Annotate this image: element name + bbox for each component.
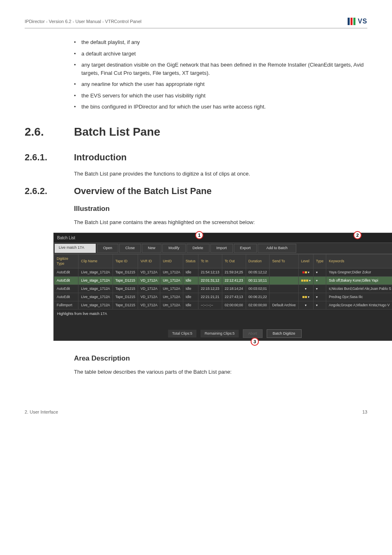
subsection-title: Introduction xyxy=(74,150,127,164)
table-cell: AutoEdit xyxy=(54,293,78,301)
modify-button[interactable]: Modify xyxy=(162,244,186,253)
table-cell: Tape_D1215 xyxy=(113,285,138,293)
table-cell: VD_1712A xyxy=(138,293,160,301)
batch-list-screenshot: 1 2 Batch List Live match 17A Open Close… xyxy=(53,233,392,341)
table-cell: Idle xyxy=(183,277,198,285)
batch-bottom-bar: Total Clips:5 Remaining Clips:5 Abort Ba… xyxy=(54,327,392,341)
type-cell[interactable] xyxy=(313,268,326,277)
table-cell xyxy=(270,268,298,277)
page-footer: 2. User Interface 13 xyxy=(25,409,367,416)
column-header[interactable]: Level xyxy=(298,254,313,268)
table-cell: VD_1712A xyxy=(138,285,160,293)
table-cell: VD_1712A xyxy=(138,268,160,277)
export-button[interactable]: Export xyxy=(234,244,257,253)
table-cell: Um_1712A xyxy=(160,285,183,293)
column-header[interactable]: Keywords xyxy=(326,254,392,268)
logo-bars-icon xyxy=(348,18,355,25)
open-button[interactable]: Open xyxy=(97,244,118,253)
table-cell: Default Archive xyxy=(270,301,298,310)
column-header[interactable]: Duration xyxy=(246,254,270,268)
list-item: any target destination visible on the Gi… xyxy=(74,61,367,77)
table-cell: VD_1712A xyxy=(138,277,160,285)
table-cell: AutoEdit xyxy=(54,268,78,277)
remaining-clips: Remaining Clips:5 xyxy=(201,330,239,338)
list-item: the bins configured in IPDirector and fo… xyxy=(74,103,367,111)
callout-badge-1: 1 xyxy=(195,231,203,239)
batch-digitize-button[interactable]: Batch Digitize xyxy=(267,329,302,338)
import-button[interactable]: Import xyxy=(210,244,233,253)
area-description-body: The table below describes the various pa… xyxy=(74,368,367,376)
illustration-body: The Batch List pane contains the areas h… xyxy=(74,218,367,227)
column-header[interactable]: VAR ID xyxy=(138,254,160,268)
table-cell: 22:15:12;23 xyxy=(198,285,222,293)
column-header[interactable]: Tape ID xyxy=(113,254,138,268)
close-button[interactable]: Close xyxy=(119,244,141,253)
area-description-heading: Area Description xyxy=(74,353,367,364)
section-2-6-2: 2.6.2. Overview of the Batch List Pane xyxy=(25,184,367,198)
type-cell[interactable] xyxy=(313,277,326,285)
level-cell[interactable] xyxy=(298,285,313,293)
keywords-cell: Sub off;Bakary Kone;Gilles Yapi xyxy=(326,277,392,285)
keywords-cell: s;Nicolas Burd;Gabriel Ale;Juan Pablo S xyxy=(326,285,392,293)
table-cell xyxy=(270,293,298,301)
table-cell: Tape_D1215 xyxy=(113,268,138,277)
type-cell[interactable] xyxy=(313,293,326,301)
column-header[interactable]: Status xyxy=(183,254,198,268)
table-cell: FullImport xyxy=(54,301,78,310)
table-cell: 22:01:31;12 xyxy=(198,277,222,285)
table-row[interactable]: FullImportLive_stage_1712ATape_D1215VD_1… xyxy=(54,301,392,310)
subsection-number: 2.6.1. xyxy=(25,150,74,164)
table-cell: 22:21:21;21 xyxy=(198,293,222,301)
level-cell[interactable] xyxy=(298,268,313,277)
table-row[interactable]: AutoEditLive_stage_1712ATape_D1215VD_171… xyxy=(54,293,392,301)
batch-list-title: Batch List xyxy=(54,233,392,243)
table-row[interactable]: AutoEditLive_stage_1712ATape_D1215VD_171… xyxy=(54,277,392,285)
table-row[interactable]: AutoEditLive_stage_1712ATape_D1215VD_171… xyxy=(54,285,392,293)
keywords-cell: Angola;Groupe A;Mladen Krsta;Hugo V xyxy=(326,301,392,310)
header-text: IPDirector - Version 6.2 - User Manual -… xyxy=(25,18,141,25)
intro-body: The Batch List pane provides the functio… xyxy=(74,170,367,178)
section-number: 2.6. xyxy=(25,123,74,141)
section-2-6-1: 2.6.1. Introduction xyxy=(25,150,367,164)
type-cell[interactable] xyxy=(313,285,326,293)
table-cell: 02:00:00;00 xyxy=(222,301,246,310)
batch-toolbar: Live match 17A Open Close New Modify Del… xyxy=(54,243,392,254)
table-cell: AutoEdit xyxy=(54,285,78,293)
table-cell: Idle xyxy=(183,301,198,310)
new-button[interactable]: New xyxy=(142,244,161,253)
add-to-batch-button[interactable]: Add to Batch xyxy=(258,244,296,253)
level-cell[interactable] xyxy=(298,301,313,310)
level-cell[interactable] xyxy=(298,277,313,285)
logo: VS xyxy=(348,16,367,26)
table-cell: Tape_D1215 xyxy=(113,277,138,285)
column-header[interactable]: Digitize Type xyxy=(54,254,78,268)
column-header[interactable]: Tc In xyxy=(198,254,222,268)
column-header[interactable]: Type xyxy=(313,254,326,268)
list-item: the EVS servers for which the user has v… xyxy=(74,92,367,100)
callout-badge-2: 2 xyxy=(353,231,362,239)
keywords-cell: Predrag Djor;Sasa Ilic xyxy=(326,293,392,301)
table-cell: Um_1712A xyxy=(160,277,183,285)
type-cell[interactable] xyxy=(313,301,326,310)
column-header[interactable]: UmID xyxy=(160,254,183,268)
table-row[interactable]: AutoEditLive_stage_1712ATape_D1215VD_171… xyxy=(54,268,392,277)
subsection-number: 2.6.2. xyxy=(25,184,74,198)
table-cell: VD_1712A xyxy=(138,301,160,310)
batch-grid[interactable]: Digitize TypeClip NameTape IDVAR IDUmIDS… xyxy=(54,254,392,310)
column-header[interactable]: Clip Name xyxy=(78,254,113,268)
table-cell: --:--:--;-- xyxy=(198,301,222,310)
column-header[interactable]: Tc Out xyxy=(222,254,246,268)
delete-button[interactable]: Delete xyxy=(187,244,210,253)
list-item: the default playlist, if any xyxy=(74,38,367,46)
level-cell[interactable] xyxy=(298,293,313,301)
illustration-heading: Illustration xyxy=(74,204,367,214)
match-name-field[interactable]: Live match 17A xyxy=(55,244,96,253)
table-cell xyxy=(270,277,298,285)
abort-button[interactable]: Abort xyxy=(243,329,263,338)
table-cell: 22:18:14;24 xyxy=(222,285,246,293)
total-clips: Total Clips:5 xyxy=(168,330,196,338)
table-cell: Um_1712A xyxy=(160,268,183,277)
subsection-title: Overview of the Batch List Pane xyxy=(74,184,212,198)
column-header[interactable]: Send To xyxy=(270,254,298,268)
table-cell: Live_stage_1712A xyxy=(78,293,113,301)
